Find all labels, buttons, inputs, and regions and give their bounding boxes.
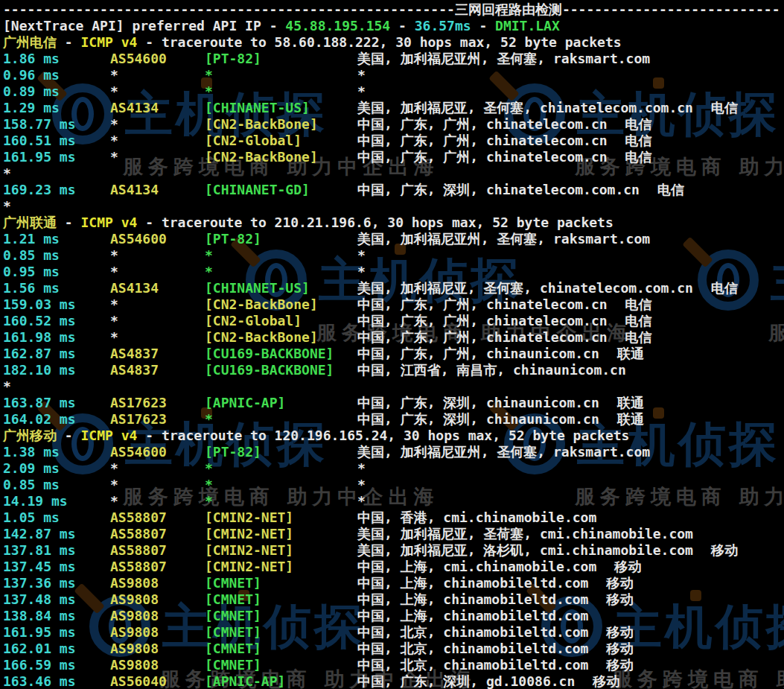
trace-row: 137.36 msAS9808[CMNET]中国, 上海, chinamobil… (3, 575, 784, 591)
latency-cell: 142.87 ms (3, 526, 76, 542)
isp-tag: 电信 (625, 149, 652, 165)
network-cell: * (205, 411, 213, 428)
asn-cell: * (110, 329, 118, 346)
geo-cell: 中国, 北京, chinamobileltd.com移动 (357, 657, 633, 673)
asn-cell: * (110, 477, 118, 493)
trace-row: * (3, 165, 784, 182)
network-cell: [CHINANET-US] (205, 280, 310, 296)
asn-cell: AS58807 (110, 559, 167, 575)
latency-cell: 137.48 ms (3, 591, 76, 607)
latency-cell: 14.19 ms (3, 493, 68, 509)
latency-cell: 160.52 ms (3, 313, 76, 328)
isp-tag: 移动 (711, 542, 738, 558)
asn-cell: AS56040 (110, 673, 167, 689)
latency-cell: 166.59 ms (3, 657, 76, 673)
geo-cell: 中国, 广东, 广州, chinatelecom.cn电信 (357, 313, 652, 329)
isp-tag: 移动 (606, 657, 633, 673)
asn-cell: * (110, 264, 118, 280)
geo-cell: 中国, 上海, chinamobileltd.com移动 (357, 591, 633, 608)
trace-row: * (3, 378, 784, 395)
section-header: 广州电信 - ICMP v4 - traceroute to 58.60.188… (3, 34, 784, 51)
latency-cell: 161.95 ms (3, 624, 76, 640)
title-left-dashes: ----------------------------------------… (3, 1, 455, 17)
network-cell: [CMIN2-NET] (205, 526, 293, 542)
asn-cell: AS54600 (110, 231, 167, 247)
trace-row: 1.38 msAS54600[PT-82]美国, 加利福尼亚州, 圣何塞, ra… (3, 444, 784, 460)
asn-cell: AS9808 (110, 608, 159, 624)
network-cell: [CMNET] (205, 575, 261, 591)
trace-row: 14.19 ms*** (3, 493, 784, 509)
latency-cell: 137.36 ms (3, 575, 76, 591)
section-isp-name: 广州电信 (3, 34, 57, 50)
geo-cell: 中国, 广东, 广州, chinatelecom.cn电信 (357, 133, 652, 149)
timeout-star: * (3, 378, 11, 394)
isp-tag: 电信 (625, 329, 652, 345)
network-cell: [CMNET] (205, 624, 261, 641)
section-isp-name: 广州联通 (3, 215, 57, 230)
geo-cell: 中国, 广东, 深圳, gd.10086.cn移动 (357, 673, 619, 689)
trace-row: 161.98 ms*[CN2-BackBone]中国, 广东, 广州, chin… (3, 329, 784, 346)
trace-row: 162.01 msAS9808[CMNET]中国, 北京, chinamobil… (3, 641, 784, 657)
isp-tag: 移动 (606, 624, 633, 640)
network-cell: [CN2-BackBone] (205, 116, 318, 133)
geo-cell: 美国, 加利福尼亚州, 圣何塞, raksmart.com (357, 231, 650, 247)
section-protocol: ICMP v4 (81, 34, 138, 50)
latency-cell: 1.86 ms (3, 51, 60, 66)
trace-row: 169.23 msAS4134[CHINANET-GD]中国, 广东, 深圳, … (3, 182, 784, 198)
latency-cell: 1.21 ms (3, 231, 60, 247)
isp-tag: 联通 (617, 411, 644, 427)
isp-tag: 电信 (625, 313, 652, 328)
geo-cell: 美国, 加利福尼亚, 圣何塞, chinatelecom.com.cn电信 (357, 280, 738, 296)
network-cell: [CN2-Global] (205, 133, 302, 149)
trace-row: 164.02 msAS17623*中国, 广东, 深圳, chinaunicom… (3, 411, 784, 428)
trace-row: 161.95 ms*[CN2-BackBone]中国, 广东, 广州, chin… (3, 149, 784, 165)
asn-cell: AS4837 (110, 362, 159, 378)
isp-tag: 联通 (617, 346, 644, 361)
asn-cell: AS9808 (110, 657, 159, 673)
geo-cell: 中国, 广东, 广州, chinaunicom.cn联通 (357, 346, 644, 362)
asn-cell: AS58807 (110, 542, 167, 559)
detection-title-line: ----------------------------------------… (3, 1, 784, 18)
trace-row: 137.48 msAS9808[CMNET]中国, 上海, chinamobil… (3, 591, 784, 608)
asn-cell: * (110, 313, 118, 329)
asn-cell: AS9808 (110, 624, 159, 641)
api-ip-label: preferred API IP - (124, 18, 286, 34)
asn-cell: AS4134 (110, 280, 159, 296)
asn-cell: * (110, 247, 118, 264)
geo-cell: 中国, 广东, 深圳, chinatelecom.com.cn电信 (357, 182, 684, 198)
terminal-output: ----------------------------------------… (0, 0, 784, 689)
latency-cell: 0.85 ms (3, 247, 60, 263)
latency-cell: 1.29 ms (3, 100, 60, 115)
latency-cell: 169.23 ms (3, 182, 76, 197)
network-cell: [CMIN2-NET] (205, 509, 293, 526)
asn-cell: * (110, 493, 118, 509)
geo-cell: 中国, 广东, 深圳, chinaunicom.cn联通 (357, 395, 644, 411)
section-header: 广州联通 - ICMP v4 - traceroute to 210.21.19… (3, 215, 784, 231)
network-cell: [CMNET] (205, 591, 261, 608)
trace-row: 1.29 msAS4134[CHINANET-US]美国, 加利福尼亚, 圣何塞… (3, 100, 784, 116)
geo-cell: * (357, 264, 366, 280)
trace-row: 158.77 ms*[CN2-BackBone]中国, 广东, 广州, chin… (3, 116, 784, 133)
geo-cell: 中国, 广东, 广州, chinatelecom.cn电信 (357, 116, 652, 133)
section-traceroute-target: traceroute to 58.60.188.222, 30 hops max… (162, 34, 622, 50)
network-cell: * (205, 477, 213, 493)
geo-cell: * (357, 477, 366, 493)
section-traceroute-target: traceroute to 120.196.165.24, 30 hops ma… (162, 428, 630, 443)
latency-cell: 160.51 ms (3, 133, 76, 148)
isp-tag: 联通 (617, 395, 644, 410)
geo-cell: 中国, 广东, 深圳, chinaunicom.cn联通 (357, 411, 644, 428)
section-protocol: ICMP v4 (81, 428, 138, 443)
asn-cell: * (110, 116, 118, 133)
trace-row: 1.56 msAS4134[CHINANET-US]美国, 加利福尼亚, 圣何塞… (3, 280, 784, 296)
section-traceroute-target: traceroute to 210.21.196.6, 30 hops max,… (162, 215, 614, 230)
isp-tag: 电信 (657, 182, 684, 197)
network-cell: [PT-82] (205, 444, 261, 460)
section-header: 广州移动 - ICMP v4 - traceroute to 120.196.1… (3, 428, 784, 444)
latency-cell: 1.56 ms (3, 280, 60, 296)
network-cell: [CN2-Global] (205, 313, 302, 329)
trace-row: * (3, 198, 784, 215)
network-cell: * (205, 83, 213, 100)
network-cell: [CU169-BACKBONE] (205, 362, 334, 378)
title-right-dashes: --------------------------- (562, 1, 780, 17)
network-cell: [CMNET] (205, 608, 261, 624)
